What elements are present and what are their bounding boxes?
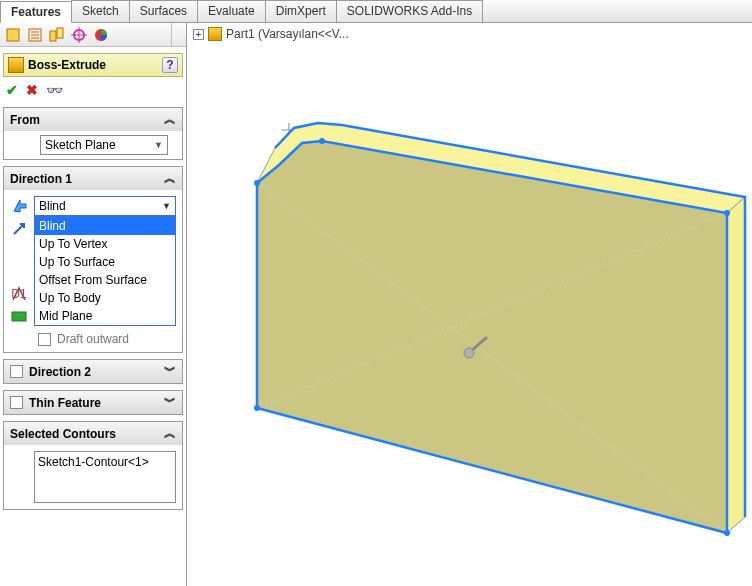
tab-evaluate[interactable]: Evaluate	[197, 0, 266, 22]
collapse-icon: ︽	[164, 170, 176, 187]
section-thin-header[interactable]: Thin Feature ︾	[4, 391, 182, 414]
section-contours-title: Selected Contours	[10, 427, 116, 441]
draft-angle-icon[interactable]: D1	[10, 284, 28, 304]
panel-divider	[171, 23, 183, 47]
config-mgr-icon[interactable]	[47, 25, 67, 45]
section-thin-feature: Thin Feature ︾	[3, 390, 183, 415]
section-contours-header[interactable]: Selected Contours ︽	[4, 422, 182, 445]
option-mid-plane[interactable]: Mid Plane	[35, 307, 175, 325]
confirm-row: ✔ ✖ 👓	[0, 80, 186, 104]
extrude-icon	[8, 57, 24, 73]
draft-outward-label: Draft outward	[57, 332, 129, 346]
graphics-viewport[interactable]: + Part1 (Varsayılan<<V...	[187, 23, 752, 586]
thin-feature-checkbox[interactable]	[10, 396, 23, 409]
chevron-down-icon: ▼	[162, 201, 171, 211]
reverse-direction-icon[interactable]	[10, 196, 30, 216]
section-direction2-title: Direction 2	[29, 365, 91, 379]
part-icon	[208, 27, 222, 41]
option-offset-from-surface[interactable]: Offset From Surface	[35, 271, 175, 289]
draft-outward-checkbox[interactable]	[38, 333, 51, 346]
part-label: Part1 (Varsayılan<<V...	[226, 27, 349, 41]
ribbon-tabs: Features Sketch Surfaces Evaluate DimXpe…	[0, 0, 752, 23]
flyout-tree[interactable]: + Part1 (Varsayılan<<V...	[193, 27, 349, 41]
ok-button[interactable]: ✔	[6, 82, 18, 98]
section-direction1-title: Direction 1	[10, 172, 72, 186]
svg-rect-6	[57, 28, 63, 38]
contour-item[interactable]: Sketch1-Contour<1>	[38, 455, 172, 469]
contour-list[interactable]: Sketch1-Contour<1>	[34, 451, 176, 503]
section-direction2-header[interactable]: Direction 2 ︾	[4, 360, 182, 383]
preview-button[interactable]: 👓	[46, 82, 63, 98]
end-condition-list: Blind Up To Vertex Up To Surface Offset …	[34, 216, 176, 326]
section-thin-title: Thin Feature	[29, 396, 101, 410]
tab-features[interactable]: Features	[0, 1, 72, 23]
dimxpert-mgr-icon[interactable]	[69, 25, 89, 45]
chevron-down-icon: ▼	[154, 140, 163, 150]
option-up-to-body[interactable]: Up To Body	[35, 289, 175, 307]
section-direction1: Direction 1 ︽ Blind ▼ Blind Up To Vertex…	[3, 166, 183, 353]
merge-icon[interactable]	[10, 306, 28, 326]
help-button[interactable]: ?	[162, 57, 178, 73]
svg-rect-12	[12, 312, 26, 321]
svg-marker-18	[727, 197, 745, 533]
tab-surfaces[interactable]: Surfaces	[129, 0, 198, 22]
appearance-mgr-icon[interactable]	[91, 25, 111, 45]
section-selected-contours: Selected Contours ︽ Sketch1-Contour<1>	[3, 421, 183, 510]
tab-addins[interactable]: SOLIDWORKS Add-Ins	[336, 0, 483, 22]
svg-point-23	[254, 405, 260, 411]
feature-mgr-icon[interactable]	[3, 25, 23, 45]
collapse-icon: ︽	[164, 111, 176, 128]
expand-tree-icon[interactable]: +	[193, 29, 204, 40]
option-up-to-surface[interactable]: Up To Surface	[35, 253, 175, 271]
svg-point-22	[464, 348, 474, 358]
panel-toolbar	[0, 23, 186, 47]
svg-point-26	[724, 210, 730, 216]
svg-point-24	[254, 180, 260, 186]
expand-icon: ︾	[164, 363, 176, 380]
feature-title-bar: Boss-Extrude ?	[3, 53, 183, 77]
feature-name: Boss-Extrude	[28, 58, 158, 72]
svg-rect-0	[7, 29, 19, 41]
collapse-icon: ︽	[164, 425, 176, 442]
section-direction1-header[interactable]: Direction 1 ︽	[4, 167, 182, 190]
section-from-title: From	[10, 113, 40, 127]
section-direction2: Direction 2 ︾	[3, 359, 183, 384]
tab-dimxpert[interactable]: DimXpert	[265, 0, 337, 22]
direction-arrow-icon[interactable]	[10, 218, 30, 238]
svg-rect-5	[50, 31, 56, 41]
section-from: From ︽ Sketch Plane ▼	[3, 107, 183, 160]
from-dropdown-value: Sketch Plane	[45, 138, 116, 152]
cancel-button[interactable]: ✖	[26, 82, 38, 98]
tab-sketch[interactable]: Sketch	[71, 0, 130, 22]
property-mgr-icon[interactable]	[25, 25, 45, 45]
svg-text:D1: D1	[11, 287, 27, 301]
property-manager-panel: Boss-Extrude ? ✔ ✖ 👓 From ︽ Sketch Plane…	[0, 23, 187, 586]
option-up-to-vertex[interactable]: Up To Vertex	[35, 235, 175, 253]
option-blind[interactable]: Blind	[35, 217, 175, 235]
direction2-checkbox[interactable]	[10, 365, 23, 378]
end-condition-value: Blind	[39, 199, 66, 213]
section-from-header[interactable]: From ︽	[4, 108, 182, 131]
expand-icon: ︾	[164, 394, 176, 411]
extrude-preview-solid	[187, 23, 752, 586]
svg-point-27	[724, 530, 730, 536]
from-dropdown[interactable]: Sketch Plane ▼	[40, 135, 168, 155]
end-condition-combo[interactable]: Blind ▼ Blind Up To Vertex Up To Surface…	[34, 196, 176, 216]
svg-point-25	[319, 138, 325, 144]
